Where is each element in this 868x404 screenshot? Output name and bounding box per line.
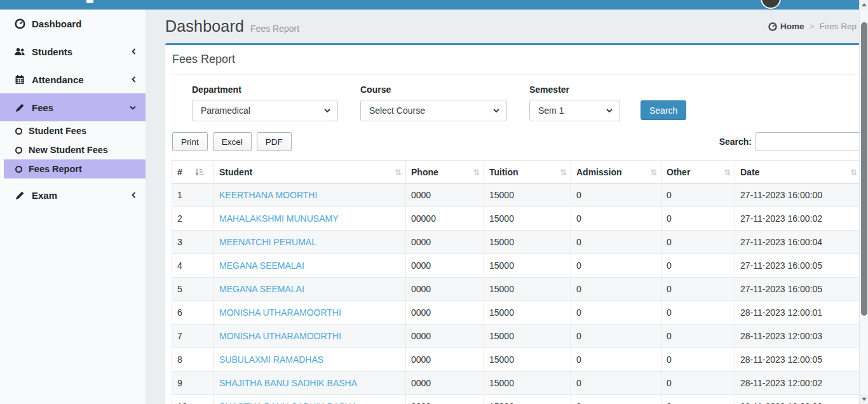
excel-button[interactable]: Excel [213, 132, 252, 151]
student-link[interactable]: MAHALAKSHMI MUNUSAMY [219, 213, 338, 224]
table-cell: 0 [661, 207, 735, 231]
table-cell: MONISHA UTHARAMOORTHI [214, 301, 406, 325]
table-cell: 0 [661, 372, 735, 395]
sort-both-icon: ⇅ [395, 167, 402, 177]
sidebar-item-dashboard[interactable]: Dashboard [0, 10, 146, 37]
column-header-tuition[interactable]: Tuition⇅ [484, 161, 571, 184]
table-cell: 27-11-2023 16:00:02 [735, 207, 862, 231]
table-cell: 4 [172, 254, 214, 278]
semester-select[interactable]: Sem 1 [529, 100, 620, 121]
student-link[interactable]: MONISHA UTHARAMOORTHI [219, 331, 341, 341]
tools-row: Print Excel PDF Search: [172, 132, 862, 151]
table-cell: 0 [661, 231, 735, 254]
submenu-item-label: Fees Report [29, 164, 82, 174]
sidebar-item-label: Fees [32, 102, 53, 113]
table-cell: 8 [172, 348, 214, 372]
sidebar-item-fees-report[interactable]: Fees Report [4, 159, 146, 178]
sidebar-item-exam[interactable]: Exam [0, 181, 146, 209]
student-link[interactable]: SHAJITHA BANU SADHIK BASHA [219, 378, 357, 388]
content-header: Dashboard Fees Report Home > Fees Rep [146, 10, 868, 43]
column-header-other[interactable]: Other⇅ [661, 161, 735, 184]
table-cell: 0000 [406, 325, 484, 348]
column-header-student[interactable]: Student⇅ [214, 161, 406, 184]
table-row: 8SUBULAXMI RAMADHAS0000150000028-11-2023… [172, 348, 862, 372]
column-header-date[interactable]: Date⇅ [735, 161, 862, 184]
fees-report-card: Fees Report Department Paramedical Cours… [165, 43, 868, 404]
sort-both-icon: ⇅ [850, 167, 857, 177]
column-header-phone[interactable]: Phone⇅ [406, 161, 484, 184]
fees-table: # Student⇅ Phone⇅ Tuition⇅ Admission⇅ Ot… [172, 160, 862, 404]
table-cell: 0 [571, 207, 661, 231]
scrollbar-down-button[interactable] [860, 394, 868, 404]
column-header-index[interactable]: # [172, 161, 214, 184]
table-cell: 5 [172, 278, 214, 301]
sidebar-item-new-student-fees[interactable]: New Student Fees [0, 140, 146, 159]
main-content: Dashboard Fees Report Home > Fees Rep Fe… [146, 10, 868, 404]
department-selected-value: Paramedical [201, 105, 250, 116]
table-cell: 15000 [484, 184, 571, 207]
vertical-scrollbar[interactable] [859, 0, 868, 404]
table-cell: 0000 [406, 348, 484, 372]
table-cell: 0 [571, 395, 661, 404]
course-label: Course [360, 84, 507, 95]
filter-row: Department Paramedical Course Select Cou… [172, 75, 862, 121]
column-header-admission[interactable]: Admission⇅ [571, 161, 661, 184]
sidebar-item-fees[interactable]: Fees [0, 93, 146, 121]
print-button[interactable]: Print [172, 132, 208, 151]
table-cell: 7 [172, 325, 214, 348]
table-cell: 0 [571, 254, 661, 278]
card-title: Fees Report [172, 53, 235, 65]
chevron-down-icon [129, 105, 137, 111]
student-link[interactable]: KEERTHANA MOORTHI [219, 190, 317, 200]
semester-filter: Semester Sem 1 [529, 84, 620, 121]
sidebar-item-label: Attendance [32, 74, 84, 85]
sidebar-item-students[interactable]: Students [0, 37, 146, 65]
table-cell: 28-11-2023 12:00:03 [735, 325, 862, 348]
table-cell: 0 [571, 184, 661, 207]
users-icon [14, 47, 25, 57]
table-cell: 0000 [406, 372, 484, 395]
table-row: 1KEERTHANA MOORTHI0000150000027-11-2023 … [172, 184, 862, 207]
table-cell: MONISHA UTHARAMOORTHI [214, 325, 406, 348]
student-link[interactable]: MEENATCHI PERUMAL [219, 237, 316, 247]
table-search-input[interactable] [756, 132, 861, 151]
table-cell: KEERTHANA MOORTHI [214, 184, 406, 207]
table-cell: 0 [661, 325, 735, 348]
scrollbar-up-button[interactable] [860, 0, 868, 10]
breadcrumb-home-link[interactable]: Home [768, 22, 804, 31]
pencil-icon [14, 103, 25, 112]
table-cell: SHAJITHA BANU SADHIK BASHA [214, 372, 406, 395]
table-cell: 28-11-2023 12:00:02 [735, 395, 862, 404]
table-cell: 0000 [406, 395, 484, 404]
page-title: Dashboard [165, 17, 244, 36]
course-select[interactable]: Select Course [360, 100, 507, 121]
table-cell: 0 [571, 372, 661, 395]
table-cell: 27-11-2023 16:00:05 [735, 254, 862, 278]
department-filter: Department Paramedical [192, 84, 338, 121]
table-row: 3MEENATCHI PERUMAL0000150000027-11-2023 … [172, 231, 862, 254]
student-link[interactable]: MONISHA UTHARAMOORTHI [219, 307, 341, 318]
student-link[interactable]: SUBULAXMI RAMADHAS [219, 354, 323, 365]
sidebar-item-student-fees[interactable]: Student Fees [0, 121, 146, 140]
chevron-left-icon [131, 76, 137, 83]
chevron-down-icon [323, 108, 331, 113]
sidebar-item-attendance[interactable]: Attendance [0, 65, 146, 93]
student-link[interactable]: SHAJITHA BANU SADHIK BASHA [219, 401, 357, 404]
scrollbar-thumb[interactable] [861, 22, 867, 316]
table-cell: 28-11-2023 12:00:05 [735, 348, 862, 372]
avatar[interactable] [761, 0, 781, 9]
search-button[interactable]: Search [641, 100, 686, 120]
semester-selected-value: Sem 1 [538, 105, 564, 116]
chevron-down-icon [606, 108, 613, 113]
table-cell: 15000 [484, 301, 571, 325]
sidebar-item-label: Dashboard [32, 18, 81, 29]
table-cell: 28-11-2023 12:00:02 [735, 372, 862, 395]
department-label: Department [192, 84, 338, 95]
pdf-button[interactable]: PDF [257, 132, 292, 151]
department-select[interactable]: Paramedical [192, 100, 338, 121]
fees-table-body: 1KEERTHANA MOORTHI0000150000027-11-2023 … [172, 184, 862, 404]
student-link[interactable]: MEGANA SEEMALAI [219, 260, 304, 271]
sidebar: Dashboard Students Attendance Fees Stude… [0, 10, 146, 404]
table-cell: 2 [172, 207, 214, 231]
student-link[interactable]: MEGANA SEEMALAI [219, 284, 304, 294]
